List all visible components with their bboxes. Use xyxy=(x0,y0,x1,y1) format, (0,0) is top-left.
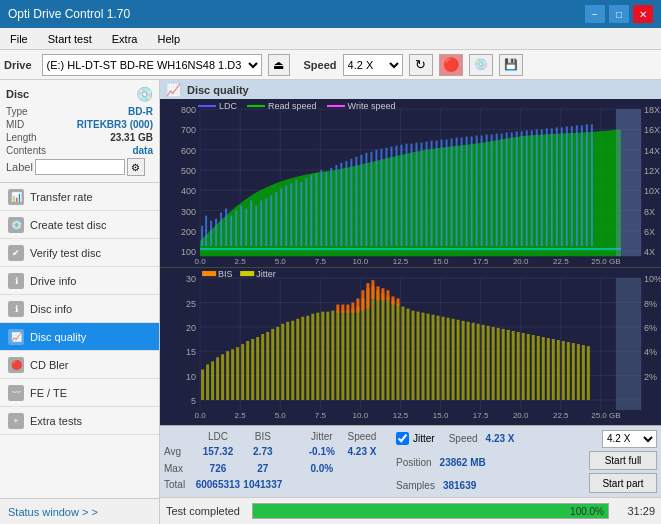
nav-disc-info-label: Disc info xyxy=(30,303,72,315)
write-speed-legend-label: Write speed xyxy=(348,101,396,111)
svg-rect-223 xyxy=(447,317,450,399)
nav-create-test-disc-label: Create test disc xyxy=(30,219,106,231)
minimize-button[interactable]: − xyxy=(585,5,605,23)
svg-text:30: 30 xyxy=(186,274,196,284)
svg-text:22.5: 22.5 xyxy=(553,258,569,267)
svg-rect-107 xyxy=(496,134,498,247)
maximize-button[interactable]: □ xyxy=(609,5,629,23)
ldc-legend-label: LDC xyxy=(219,101,237,111)
svg-text:16X: 16X xyxy=(644,126,660,136)
nav-items: 📊 Transfer rate 💿 Create test disc ✔ Ver… xyxy=(0,183,159,498)
svg-text:17.5: 17.5 xyxy=(473,258,489,267)
svg-rect-88 xyxy=(400,145,402,246)
svg-rect-116 xyxy=(541,130,543,247)
svg-text:10.0: 10.0 xyxy=(353,411,369,420)
nav-create-test-disc[interactable]: 💿 Create test disc xyxy=(0,211,159,239)
svg-rect-54 xyxy=(230,216,232,246)
menu-extra[interactable]: Extra xyxy=(106,31,144,47)
svg-rect-176 xyxy=(211,361,214,400)
speed-label: Speed xyxy=(304,59,337,71)
svg-text:400: 400 xyxy=(181,187,196,197)
nav-transfer-rate[interactable]: 📊 Transfer rate xyxy=(0,183,159,211)
drive-select[interactable]: (E:) HL-DT-ST BD-RE WH16NS48 1.D3 xyxy=(42,54,262,76)
nav-drive-info[interactable]: ℹ Drive info xyxy=(0,267,159,295)
svg-rect-213 xyxy=(396,303,399,399)
svg-rect-217 xyxy=(417,311,420,399)
svg-rect-234 xyxy=(502,329,505,400)
menu-help[interactable]: Help xyxy=(151,31,186,47)
svg-rect-70 xyxy=(310,175,312,246)
svg-rect-150 xyxy=(240,271,254,276)
speed-action-select[interactable]: 4.2 X xyxy=(602,430,657,448)
disc-button[interactable]: 💿 xyxy=(469,54,493,76)
menu-file[interactable]: File xyxy=(4,31,34,47)
svg-rect-201 xyxy=(336,310,339,399)
start-part-button[interactable]: Start part xyxy=(589,473,657,493)
svg-rect-76 xyxy=(340,163,342,246)
svg-rect-203 xyxy=(346,310,349,399)
svg-text:10%: 10% xyxy=(644,274,661,284)
jitter-checkbox[interactable] xyxy=(396,432,409,445)
speed-col-header: Speed xyxy=(340,430,384,443)
svg-rect-241 xyxy=(537,336,540,400)
svg-rect-211 xyxy=(386,296,389,400)
svg-rect-216 xyxy=(412,310,415,399)
svg-rect-110 xyxy=(511,133,513,247)
nav-disc-info[interactable]: ℹ Disc info xyxy=(0,295,159,323)
svg-rect-257 xyxy=(386,290,389,300)
svg-text:500: 500 xyxy=(181,166,196,176)
svg-rect-126 xyxy=(591,125,593,247)
disc-info-icon: ℹ xyxy=(8,301,24,317)
refresh-button[interactable]: ↻ xyxy=(409,54,433,76)
svg-rect-220 xyxy=(432,314,435,399)
nav-disc-quality[interactable]: 📈 Disc quality xyxy=(0,323,159,351)
eject-button[interactable]: ⏏ xyxy=(268,54,290,76)
svg-rect-119 xyxy=(556,128,558,247)
svg-text:700: 700 xyxy=(181,126,196,136)
svg-text:300: 300 xyxy=(181,207,196,217)
start-full-button[interactable]: Start full xyxy=(589,451,657,471)
svg-rect-196 xyxy=(311,313,314,399)
svg-rect-97 xyxy=(446,140,448,246)
progress-bar: 100.0% xyxy=(252,503,609,519)
disc-label-button[interactable]: ⚙ xyxy=(127,158,145,176)
close-button[interactable]: ✕ xyxy=(633,5,653,23)
svg-text:100: 100 xyxy=(181,248,196,258)
svg-rect-259 xyxy=(351,302,354,312)
svg-rect-188 xyxy=(271,329,274,400)
nav-extra-tests[interactable]: + Extra tests xyxy=(0,407,159,435)
save-button[interactable]: 💾 xyxy=(499,54,523,76)
nav-fe-te-label: FE / TE xyxy=(30,387,67,399)
svg-text:10.0: 10.0 xyxy=(353,258,369,267)
svg-rect-255 xyxy=(376,286,379,300)
sidebar: Disc 💿 Type BD-R MID RITEKBR3 (000) Leng… xyxy=(0,80,160,524)
disc-label-input[interactable] xyxy=(35,159,125,175)
svg-text:0.0: 0.0 xyxy=(195,258,207,267)
svg-rect-105 xyxy=(486,135,488,247)
svg-rect-208 xyxy=(371,286,374,400)
action-buttons-panel: 4.2 X Start full Start part xyxy=(589,430,657,493)
svg-rect-218 xyxy=(422,312,425,399)
svg-rect-265 xyxy=(616,278,641,410)
nav-cd-bler[interactable]: 🔴 CD Bler xyxy=(0,351,159,379)
svg-rect-112 xyxy=(521,132,523,247)
svg-text:14X: 14X xyxy=(644,146,660,156)
nav-fe-te[interactable]: 〰 FE / TE xyxy=(0,379,159,407)
nav-extra-tests-label: Extra tests xyxy=(30,415,82,427)
svg-rect-263 xyxy=(391,296,394,304)
svg-rect-72 xyxy=(320,170,322,246)
scan-button[interactable]: 🔴 xyxy=(439,54,463,76)
svg-rect-66 xyxy=(290,184,292,247)
speed-stat-label: Speed xyxy=(449,433,478,444)
status-window-button[interactable]: Status window > > xyxy=(0,498,159,524)
bis-col-header: BIS xyxy=(242,430,284,443)
svg-rect-180 xyxy=(231,349,234,400)
nav-verify-test-disc[interactable]: ✔ Verify test disc xyxy=(0,239,159,267)
svg-rect-209 xyxy=(376,290,379,400)
svg-rect-195 xyxy=(306,315,309,399)
disc-label-label: Label xyxy=(6,161,33,173)
progress-label: 100.0% xyxy=(570,506,604,517)
menu-start-test[interactable]: Start test xyxy=(42,31,98,47)
avg-speed-value: 4.23 X xyxy=(340,443,384,460)
speed-select[interactable]: 4.2 X xyxy=(343,54,403,76)
